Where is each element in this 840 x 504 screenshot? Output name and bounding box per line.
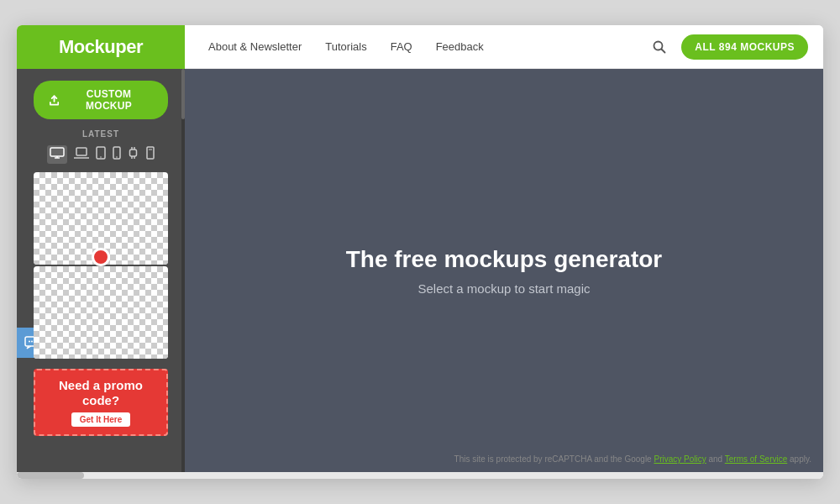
nav-link-feedback[interactable]: Feedback	[436, 40, 484, 53]
ad-button[interactable]: Get It Here	[71, 412, 131, 427]
sidebar: CUSTOM MOCKUP LATEST	[17, 69, 185, 472]
device-icon-phone[interactable]	[113, 146, 121, 163]
top-navigation: Mockuper About & Newsletter Tutorials FA…	[17, 25, 823, 69]
ad-banner: Need a promo code? Get It Here	[34, 369, 168, 436]
bottom-scrollbar-track	[17, 472, 823, 479]
device-icon-other[interactable]	[145, 146, 155, 163]
privacy-policy-link[interactable]: Privacy Policy	[654, 454, 706, 464]
svg-point-10	[116, 156, 118, 158]
preview-footer: This site is protected by reCAPTCHA and …	[454, 454, 811, 464]
main-content: CUSTOM MOCKUP LATEST	[17, 69, 823, 472]
latest-label: LATEST	[82, 129, 119, 139]
logo-text: Mockuper	[59, 36, 143, 58]
app-window: Mockuper About & Newsletter Tutorials FA…	[17, 25, 823, 479]
record-button[interactable]	[92, 248, 110, 266]
footer-text: This site is protected by reCAPTCHA and …	[454, 454, 652, 464]
footer-apply: apply.	[790, 454, 811, 464]
search-icon	[653, 40, 666, 54]
svg-point-8	[100, 156, 102, 158]
svg-rect-11	[129, 150, 136, 156]
device-icon-watch[interactable]	[128, 146, 139, 163]
nav-links: About & Newsletter Tutorials FAQ Feedbac…	[208, 40, 649, 53]
device-icon-desktop[interactable]	[47, 145, 67, 164]
mockup-thumbnail-2[interactable]	[34, 266, 168, 359]
nav-link-about[interactable]: About & Newsletter	[208, 40, 302, 53]
svg-point-19	[29, 341, 30, 343]
svg-rect-16	[147, 147, 154, 159]
svg-point-20	[31, 341, 33, 343]
nav-link-tutorials[interactable]: Tutorials	[325, 40, 366, 53]
bottom-scrollbar[interactable]	[17, 472, 823, 479]
ad-text: Need a promo code?	[40, 378, 161, 408]
footer-and: and	[709, 454, 725, 464]
upload-icon	[49, 94, 60, 106]
terms-of-service-link[interactable]: Terms of Service	[725, 454, 787, 464]
bottom-scrollbar-thumb	[17, 472, 84, 479]
preview-subtitle: Select a mockup to start magic	[417, 281, 590, 296]
svg-rect-5	[76, 148, 87, 155]
device-filter-icons	[47, 145, 155, 164]
custom-mockup-button[interactable]: CUSTOM MOCKUP	[34, 81, 168, 119]
nav-right: ALL 894 MOCKUPS	[649, 34, 808, 60]
svg-line-1	[662, 49, 665, 52]
search-button[interactable]	[649, 37, 669, 57]
preview-area: The free mockups generator Select a mock…	[185, 69, 823, 472]
logo[interactable]: Mockuper	[17, 25, 185, 69]
preview-title: The free mockups generator	[346, 246, 663, 273]
device-icon-tablet[interactable]	[96, 146, 106, 163]
all-mockups-button[interactable]: ALL 894 MOCKUPS	[681, 34, 808, 60]
svg-rect-2	[50, 148, 64, 156]
nav-link-faq[interactable]: FAQ	[391, 40, 412, 53]
device-icon-laptop[interactable]	[74, 147, 89, 162]
